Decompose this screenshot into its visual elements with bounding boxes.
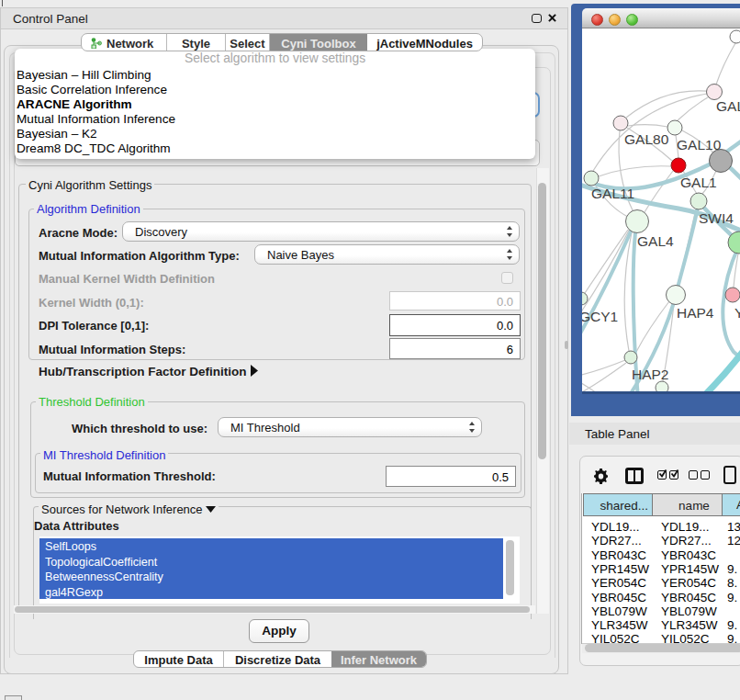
svg-text:GAL: GAL [716, 98, 740, 114]
svg-text:GAL11: GAL11 [591, 186, 634, 201]
svg-text:HAP4: HAP4 [677, 305, 714, 321]
svg-text:HAP2: HAP2 [632, 367, 669, 382]
svg-text:GAL4: GAL4 [637, 233, 674, 249]
svg-text:GAL80: GAL80 [624, 131, 669, 147]
svg-text:GAL10: GAL10 [677, 137, 722, 152]
svg-text:GCY1: GCY1 [582, 309, 618, 324]
svg-text:SWI4: SWI4 [699, 210, 734, 226]
svg-text:Y: Y [734, 305, 740, 321]
svg-text:GAL1: GAL1 [680, 175, 717, 190]
